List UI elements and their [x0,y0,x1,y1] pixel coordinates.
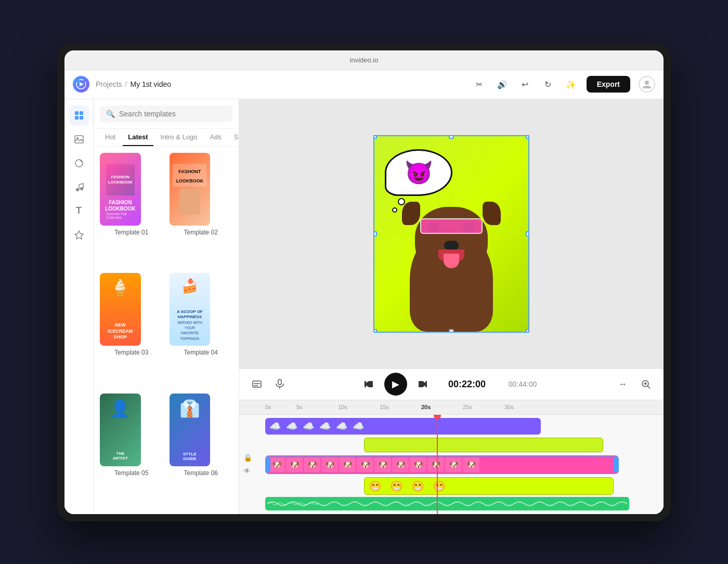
template-item-3[interactable]: 🍦 NEWICECREAMSHOP Template 03 [100,273,163,387]
svg-rect-31 [253,381,261,387]
tab-latest[interactable]: Latest [123,129,153,146]
search-input[interactable] [119,110,226,118]
template-item-6[interactable]: 👔 STYLEGUIDE Template 06 [170,394,233,508]
svg-rect-9 [75,136,83,143]
track-main-video: 🐶 🐶 🐶 🐶 🐶 🐶 🐶 🐶 🐶 🐶 🐶 [265,455,664,474]
svg-marker-1 [80,82,84,86]
tab-ads[interactable]: Ads [204,129,226,146]
svg-point-4 [645,81,649,85]
sidebar-item-transitions[interactable] [69,153,89,173]
ctrl-left [248,375,289,394]
track-controls: 🔒 👁 [243,453,252,475]
zoom-in-button[interactable] [636,375,655,394]
templates-grid: FASHIONLOOKBOOK FASHIONLOOKBOOK Summer F… [94,147,239,514]
controls-bar: ▶ 00:22:00 00:44:00 ↔ [239,369,664,400]
timeline-ruler: 0s 5s 10s 15s 20s 25s 30s [239,400,664,415]
app-logo [73,76,89,93]
template-item-2[interactable]: FASHONTLOOKBOOK Template 02 [170,153,233,267]
device-frame: invideo.io Projects / My 1st video ✂ 🔊 [57,43,671,521]
svg-point-13 [80,187,83,190]
svg-rect-40 [419,381,423,387]
sidebar-icons: T [64,99,94,514]
main-content: T 🔍 Hot Latest Intro [64,99,664,514]
sidebar-item-music[interactable] [69,177,89,197]
handle-bottom-mid[interactable] [449,329,454,333]
wand-tool[interactable]: ✨ [564,77,578,91]
redo-tool[interactable]: ↩ [518,77,532,91]
svg-line-43 [647,386,650,388]
svg-rect-5 [75,111,79,115]
svg-rect-41 [425,381,427,387]
track-sticker: 😁 😁 😁 😁 [364,477,664,495]
template-item-5[interactable]: 👤 THEARTIST Template 05 [100,394,163,508]
sidebar-item-text[interactable]: T [69,201,89,221]
sidebar-item-favorites[interactable] [69,225,89,245]
templates-panel: 🔍 Hot Latest Intro & Logo Ads Sli... [94,99,239,514]
breadcrumb: Projects / My 1st video [96,80,171,88]
handle-top-left[interactable] [373,135,377,139]
svg-rect-38 [365,381,366,387]
current-time: 00:22:00 [438,379,496,390]
export-button[interactable]: Export [587,76,630,93]
dog-element [394,186,509,332]
sidebar-item-media[interactable] [69,129,89,149]
breadcrumb-parent[interactable]: Projects [96,80,122,88]
volume-tool[interactable]: 🔊 [495,77,510,91]
breadcrumb-separator: / [125,80,127,88]
tab-hot[interactable]: Hot [100,129,121,146]
handle-top-right[interactable] [526,135,529,139]
playhead[interactable] [437,415,438,514]
search-bar: 🔍 [94,99,239,129]
svg-point-2 [76,80,80,83]
svg-point-12 [76,188,79,191]
track-audio: // Generate wave bars dynamically [265,497,664,510]
tab-intro-logo[interactable]: Intro & Logo [155,129,203,146]
svg-rect-37 [369,381,373,387]
svg-rect-6 [80,111,83,115]
tab-slides[interactable]: Sli... [229,129,239,146]
skip-forward-button[interactable] [413,375,432,394]
canvas-area: .ray { stroke: rgba(200,240,0,0.4); stro… [239,99,664,514]
user-avatar[interactable] [639,76,655,93]
subtitles-button[interactable] [248,375,266,394]
play-button[interactable]: ▶ [384,373,407,396]
ctrl-right: ↔ [614,375,655,394]
handle-bottom-left[interactable] [373,329,377,333]
svg-rect-7 [75,116,79,120]
track-overlay [364,438,664,452]
template-item-1[interactable]: FASHIONLOOKBOOK FASHIONLOOKBOOK Summer F… [100,153,163,267]
handle-mid-left[interactable] [373,231,377,237]
header: Projects / My 1st video ✂ 🔊 ↩ ↻ ✨ Export [64,70,664,99]
skip-back-button[interactable] [359,375,378,394]
canvas-background: .ray { stroke: rgba(200,240,0,0.4); stro… [374,136,528,332]
lock-icon[interactable]: 🔒 [243,453,252,462]
scissors-tool[interactable]: ✂ [472,77,487,91]
template-label-3: Template 03 [100,349,163,356]
canvas-frame: .ray { stroke: rgba(200,240,0,0.4); stro… [373,135,529,333]
template-label-6: Template 06 [170,469,233,477]
template-label-1: Template 01 [100,229,163,236]
track-clouds: ☁️ ☁️ ☁️ ☁️ ☁️ ☁️ [265,418,664,435]
title-bar: invideo.io [64,50,664,70]
canvas-viewport[interactable]: .ray { stroke: rgba(200,240,0,0.4); stro… [239,99,664,369]
title-bar-title: invideo.io [350,56,379,64]
filter-tabs: Hot Latest Intro & Logo Ads Sli... [94,129,239,147]
handle-top-mid[interactable] [449,135,454,139]
search-icon: 🔍 [106,110,115,118]
svg-point-3 [83,80,85,82]
svg-rect-34 [278,379,281,385]
eye-icon[interactable]: 👁 [243,467,252,475]
handle-bottom-right[interactable] [526,329,529,333]
svg-rect-8 [80,116,83,120]
sidebar-item-templates[interactable] [69,106,89,125]
expand-button[interactable]: ↔ [614,375,632,394]
template-item-4[interactable]: 🍰 A SCOOP OFHAPPINESSServed with yourfav… [170,273,233,387]
refresh-tool[interactable]: ↻ [541,77,555,91]
template-label-2: Template 02 [170,229,233,236]
speech-bubble: 😈 [385,149,452,196]
template-label-4: Template 04 [170,349,233,356]
mic-button[interactable] [270,375,289,394]
breadcrumb-current: My 1st video [130,80,171,88]
handle-mid-right[interactable] [526,231,529,237]
svg-marker-14 [75,231,83,239]
